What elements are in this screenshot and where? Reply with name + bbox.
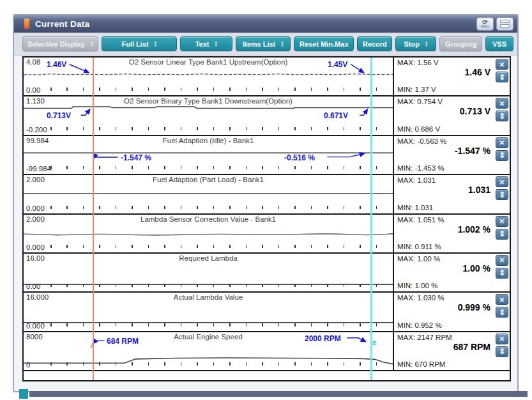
min-readout: MIN: 1.031 <box>397 204 433 212</box>
min-readout: MIN: -1.453 % <box>397 164 445 172</box>
taskbar-chip <box>19 389 28 399</box>
cursor-a-annotation: 0.713V <box>47 111 71 120</box>
stats-panel: MAX: 1.00 % 1.00 % MIN: 1.00 % ✕ ⇕ <box>394 254 510 291</box>
channel-row-o2-linear: 4.08 O2 Sensor Linear Type Bank1 Upstrea… <box>24 58 510 96</box>
button-label: VSS <box>492 40 506 48</box>
graph-area[interactable]: 2.000 Fuel Adaption (Part Load) - Bank1 … <box>24 175 394 213</box>
graph-area[interactable]: 16.00 Required Lambda 0.00 <box>24 254 394 291</box>
stats-panel: MAX: 1.031 1.031 MIN: 1.031 ✕ ⇕ <box>394 175 510 213</box>
channel-row-actual-lambda: 16.000 Actual Lambda Value 0.000 MAX: 1.… <box>24 293 510 332</box>
button-label: Stop <box>404 40 420 48</box>
channel-title: Fuel Adaption (Idle) - Bank1 <box>24 137 393 144</box>
channel-title: Required Lambda <box>24 254 393 262</box>
channel-row-required-lambda: 16.00 Required Lambda 0.00 MAX: 1.00 % 1… <box>24 254 510 293</box>
text-mode-button[interactable]: Text ▲▼ <box>180 36 232 51</box>
cursor-b-annotation: -0.516 % <box>284 153 315 162</box>
close-channel-button[interactable]: ✕ <box>496 98 508 109</box>
cursor-b-annotation: 2000 RPM <box>305 334 341 343</box>
autoscale-button[interactable]: ⇕ <box>496 307 508 318</box>
grouping-button[interactable]: Grouping <box>439 36 482 51</box>
reset-minmax-button[interactable]: Reset Min.Max <box>294 36 354 51</box>
record-button[interactable]: Record <box>357 36 392 51</box>
graph-area[interactable]: 99.984 Fuel Adaption (Idle) - Bank1 -99.… <box>24 136 394 174</box>
up-down-arrows-icon: ⇕ <box>499 268 505 277</box>
up-down-arrows-icon: ⇕ <box>499 112 505 121</box>
graph-area[interactable]: 1.130 O2 Sensor Binary Type Bank1 Downst… <box>24 96 394 134</box>
button-label: Selective Display <box>27 40 85 48</box>
graph-area[interactable]: 2.000 Lambda Sensor Correction Value - B… <box>24 215 394 252</box>
stop-button[interactable]: Stop ▲▼ <box>395 36 436 51</box>
cursor-a-annotation: 1.46V <box>47 60 66 69</box>
close-channel-button[interactable]: ✕ <box>496 255 508 266</box>
current-value: 1.031 <box>468 185 490 195</box>
min-readout: MIN: 0.686 V <box>397 125 440 133</box>
graph-area[interactable]: 4.08 O2 Sensor Linear Type Bank1 Upstrea… <box>24 58 394 95</box>
graph-area[interactable]: 8000 Actual Engine Speed 0 684 RPM 2000 … <box>24 332 394 370</box>
close-icon: ✕ <box>499 296 505 304</box>
autoscale-button[interactable]: ⇕ <box>496 189 508 200</box>
autoscale-button[interactable]: ⇕ <box>496 111 508 121</box>
channel-row-engine-speed: 8000 Actual Engine Speed 0 684 RPM 2000 … <box>24 332 510 371</box>
channel-title: Fuel Adaption (Part Load) - Bank1 <box>24 176 393 183</box>
stats-panel: MAX: 1.030 % 0.999 % MIN: 0.952 % ✕ ⇕ <box>394 293 510 330</box>
channel-title: Lambda Sensor Correction Value - Bank1 <box>24 215 393 223</box>
max-readout: MAX: 1.051 % <box>397 216 445 224</box>
min-readout: MIN: 1.37 V <box>397 86 436 93</box>
button-label: Items List <box>243 40 275 48</box>
vss-button[interactable]: VSS <box>485 36 513 51</box>
stats-panel: MAX: 1.56 V 1.46 V MIN: 1.37 V ✕ ⇕ <box>394 58 510 95</box>
stats-panel: MAX: 0.754 V 0.713 V MIN: 0.686 V ✕ ⇕ <box>394 96 510 134</box>
items-list-button[interactable]: Items List ▲▼ <box>236 36 291 51</box>
current-value: 687 RPM <box>453 342 490 352</box>
cursor-a-line[interactable] <box>93 58 94 380</box>
window-layout-button[interactable] <box>496 17 513 31</box>
close-icon: ✕ <box>499 61 505 68</box>
close-icon: ✕ <box>499 256 505 264</box>
spinner-icon: ▲▼ <box>90 41 93 47</box>
min-readout: MIN: 0.952 % <box>397 321 442 329</box>
toolbar: Selective Display ▲▼ Full List ▲▼ Text ▲… <box>14 33 517 56</box>
current-value: 1.002 % <box>458 224 490 235</box>
window-title: Current Data <box>35 19 474 29</box>
spinner-icon: ▲▼ <box>214 41 217 47</box>
close-icon: ✕ <box>499 178 505 186</box>
cursor-b-label: B <box>372 340 377 346</box>
cursor-b-line[interactable] <box>370 58 372 380</box>
scale-min: 0.000 <box>26 322 45 330</box>
autoscale-button[interactable]: ⇕ <box>496 150 508 161</box>
max-readout: MAX: 1.031 <box>397 176 436 184</box>
min-readout: MIN: 0.911 % <box>397 243 441 250</box>
up-down-arrows-icon: ⇕ <box>499 73 505 82</box>
button-label: Grouping <box>445 40 477 48</box>
retry-button[interactable]: ⟳ Retry <box>476 17 494 31</box>
max-readout: MAX: 1.00 % <box>397 255 440 263</box>
stats-panel: MAX: -0.563 % -1.547 % MIN: -1.453 % ✕ ⇕ <box>394 136 510 174</box>
autoscale-button[interactable]: ⇕ <box>496 346 508 357</box>
stats-panel: MAX: 1.051 % 1.002 % MIN: 0.911 % ✕ ⇕ <box>394 215 510 252</box>
min-readout: MIN: 670 RPM <box>397 360 445 368</box>
close-channel-button[interactable]: ✕ <box>496 294 508 305</box>
close-channel-button[interactable]: ✕ <box>496 216 508 227</box>
close-channel-button[interactable]: ✕ <box>496 137 508 148</box>
autoscale-button[interactable]: ⇕ <box>496 268 508 279</box>
current-value: 0.999 % <box>458 302 490 312</box>
scale-min: -99.984 <box>26 165 51 173</box>
full-list-button[interactable]: Full List ▲▼ <box>102 36 177 51</box>
stats-panel: MAX: 2147 RPM 687 RPM MIN: 670 RPM ✕ ⇕ <box>394 332 510 370</box>
app-icon <box>24 19 29 29</box>
autoscale-button[interactable]: ⇕ <box>496 229 508 240</box>
max-readout: MAX: -0.563 % <box>397 137 446 145</box>
close-icon: ✕ <box>499 139 505 146</box>
close-icon: ✕ <box>499 100 505 107</box>
max-readout: MAX: 1.030 % <box>397 294 445 302</box>
autoscale-button[interactable]: ⇕ <box>496 72 508 82</box>
close-channel-button[interactable]: ✕ <box>496 59 508 70</box>
graph-area[interactable]: 16.000 Actual Lambda Value 0.000 <box>24 293 394 330</box>
current-value: 1.00 % <box>462 263 490 273</box>
selective-display-button[interactable]: Selective Display ▲▼ <box>22 36 98 51</box>
close-channel-button[interactable]: ✕ <box>496 334 508 344</box>
close-channel-button[interactable]: ✕ <box>496 176 508 187</box>
max-readout: MAX: 1.56 V <box>397 59 439 66</box>
channel-graphs-container: 4.08 O2 Sensor Linear Type Bank1 Upstrea… <box>22 56 511 381</box>
channel-row-o2-binary: 1.130 O2 Sensor Binary Type Bank1 Downst… <box>24 96 510 135</box>
